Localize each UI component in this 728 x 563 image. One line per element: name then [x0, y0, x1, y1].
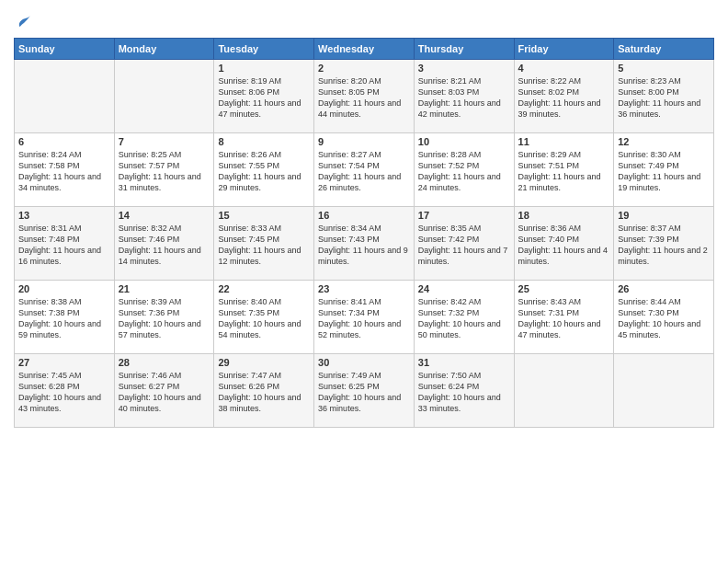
logo-bird-icon: [16, 14, 32, 30]
calendar-cell: 13Sunrise: 8:31 AM Sunset: 7:48 PM Dayli…: [15, 207, 115, 281]
logo: [14, 14, 32, 30]
day-number: 21: [119, 283, 210, 294]
calendar-cell: 8Sunrise: 8:26 AM Sunset: 7:55 PM Daylig…: [214, 133, 314, 207]
day-number: 3: [418, 63, 510, 74]
day-info: Sunrise: 8:29 AM Sunset: 7:51 PM Dayligh…: [518, 149, 610, 194]
day-number: 5: [618, 63, 710, 74]
day-info: Sunrise: 8:43 AM Sunset: 7:31 PM Dayligh…: [518, 296, 610, 341]
day-number: 22: [218, 283, 310, 294]
day-number: 12: [618, 136, 710, 147]
day-number: 25: [518, 283, 610, 294]
calendar-cell: 15Sunrise: 8:33 AM Sunset: 7:45 PM Dayli…: [214, 207, 314, 281]
calendar-cell: 2Sunrise: 8:20 AM Sunset: 8:05 PM Daylig…: [314, 60, 415, 133]
day-info: Sunrise: 8:21 AM Sunset: 8:03 PM Dayligh…: [418, 75, 510, 121]
calendar-week-row: 1Sunrise: 8:19 AM Sunset: 8:06 PM Daylig…: [15, 60, 714, 133]
day-number: 15: [218, 210, 310, 221]
day-number: 13: [18, 210, 110, 221]
day-info: Sunrise: 7:49 AM Sunset: 6:25 PM Dayligh…: [318, 370, 410, 415]
calendar-cell: 30Sunrise: 7:49 AM Sunset: 6:25 PM Dayli…: [314, 354, 415, 428]
day-number: 14: [119, 210, 210, 221]
day-number: 24: [418, 283, 510, 294]
calendar-cell: 28Sunrise: 7:46 AM Sunset: 6:27 PM Dayli…: [114, 354, 214, 428]
calendar-week-row: 6Sunrise: 8:24 AM Sunset: 7:58 PM Daylig…: [15, 133, 714, 207]
header: [14, 9, 714, 30]
weekday-header: Friday: [514, 39, 614, 60]
calendar-cell: 10Sunrise: 8:28 AM Sunset: 7:52 PM Dayli…: [414, 133, 514, 207]
calendar-cell: 17Sunrise: 8:35 AM Sunset: 7:42 PM Dayli…: [414, 207, 514, 281]
day-number: 28: [119, 357, 210, 368]
day-info: Sunrise: 8:40 AM Sunset: 7:35 PM Dayligh…: [218, 296, 310, 341]
day-number: 10: [418, 136, 510, 147]
weekday-header: Sunday: [15, 39, 115, 60]
day-number: 7: [119, 136, 210, 147]
day-info: Sunrise: 8:39 AM Sunset: 7:36 PM Dayligh…: [119, 296, 210, 341]
calendar-cell: [15, 60, 115, 133]
day-info: Sunrise: 8:26 AM Sunset: 7:55 PM Dayligh…: [218, 149, 310, 194]
calendar-cell: 23Sunrise: 8:41 AM Sunset: 7:34 PM Dayli…: [314, 281, 415, 354]
weekday-header: Thursday: [414, 39, 514, 60]
calendar-cell: [614, 354, 714, 428]
calendar-week-row: 20Sunrise: 8:38 AM Sunset: 7:38 PM Dayli…: [15, 281, 714, 354]
day-info: Sunrise: 8:28 AM Sunset: 7:52 PM Dayligh…: [418, 149, 510, 194]
day-number: 26: [618, 283, 710, 294]
day-number: 23: [318, 283, 410, 294]
day-number: 1: [218, 63, 310, 74]
weekday-header: Wednesday: [314, 39, 415, 60]
day-number: 9: [318, 136, 410, 147]
day-info: Sunrise: 8:24 AM Sunset: 7:58 PM Dayligh…: [18, 149, 110, 194]
day-info: Sunrise: 7:47 AM Sunset: 6:26 PM Dayligh…: [218, 370, 310, 415]
day-number: 31: [418, 357, 510, 368]
calendar-cell: 1Sunrise: 8:19 AM Sunset: 8:06 PM Daylig…: [214, 60, 314, 133]
weekday-header: Saturday: [614, 39, 714, 60]
calendar-cell: 31Sunrise: 7:50 AM Sunset: 6:24 PM Dayli…: [414, 354, 514, 428]
calendar-header: SundayMondayTuesdayWednesdayThursdayFrid…: [15, 39, 714, 60]
day-info: Sunrise: 8:37 AM Sunset: 7:39 PM Dayligh…: [618, 223, 710, 268]
calendar-cell: 5Sunrise: 8:23 AM Sunset: 8:00 PM Daylig…: [614, 60, 714, 133]
day-info: Sunrise: 7:45 AM Sunset: 6:28 PM Dayligh…: [18, 370, 110, 415]
day-info: Sunrise: 8:38 AM Sunset: 7:38 PM Dayligh…: [18, 296, 110, 341]
day-number: 17: [418, 210, 510, 221]
day-number: 20: [18, 283, 110, 294]
day-info: Sunrise: 8:41 AM Sunset: 7:34 PM Dayligh…: [318, 296, 410, 341]
day-info: Sunrise: 8:23 AM Sunset: 8:00 PM Dayligh…: [618, 75, 710, 121]
day-number: 16: [318, 210, 410, 221]
day-number: 18: [518, 210, 610, 221]
day-number: 6: [18, 136, 110, 147]
day-number: 8: [218, 136, 310, 147]
calendar-cell: 3Sunrise: 8:21 AM Sunset: 8:03 PM Daylig…: [414, 60, 514, 133]
day-info: Sunrise: 8:25 AM Sunset: 7:57 PM Dayligh…: [119, 149, 210, 194]
calendar-cell: [114, 60, 214, 133]
calendar-cell: 20Sunrise: 8:38 AM Sunset: 7:38 PM Dayli…: [15, 281, 115, 354]
day-info: Sunrise: 8:27 AM Sunset: 7:54 PM Dayligh…: [318, 149, 410, 194]
day-info: Sunrise: 8:35 AM Sunset: 7:42 PM Dayligh…: [418, 223, 510, 268]
calendar-cell: 29Sunrise: 7:47 AM Sunset: 6:26 PM Dayli…: [214, 354, 314, 428]
day-info: Sunrise: 8:42 AM Sunset: 7:32 PM Dayligh…: [418, 296, 510, 341]
calendar-cell: 9Sunrise: 8:27 AM Sunset: 7:54 PM Daylig…: [314, 133, 415, 207]
day-info: Sunrise: 8:31 AM Sunset: 7:48 PM Dayligh…: [18, 223, 110, 268]
day-info: Sunrise: 8:30 AM Sunset: 7:49 PM Dayligh…: [618, 149, 710, 194]
calendar-cell: [514, 354, 614, 428]
calendar-week-row: 27Sunrise: 7:45 AM Sunset: 6:28 PM Dayli…: [15, 354, 714, 428]
header-row: SundayMondayTuesdayWednesdayThursdayFrid…: [15, 39, 714, 60]
day-info: Sunrise: 8:36 AM Sunset: 7:40 PM Dayligh…: [518, 223, 610, 268]
day-info: Sunrise: 8:34 AM Sunset: 7:43 PM Dayligh…: [318, 223, 410, 268]
day-number: 27: [18, 357, 110, 368]
calendar-cell: 14Sunrise: 8:32 AM Sunset: 7:46 PM Dayli…: [114, 207, 214, 281]
day-number: 30: [318, 357, 410, 368]
page-container: SundayMondayTuesdayWednesdayThursdayFrid…: [0, 0, 728, 437]
day-info: Sunrise: 8:19 AM Sunset: 8:06 PM Dayligh…: [218, 75, 310, 121]
calendar-cell: 18Sunrise: 8:36 AM Sunset: 7:40 PM Dayli…: [514, 207, 614, 281]
calendar-cell: 16Sunrise: 8:34 AM Sunset: 7:43 PM Dayli…: [314, 207, 415, 281]
calendar-cell: 7Sunrise: 8:25 AM Sunset: 7:57 PM Daylig…: [114, 133, 214, 207]
day-info: Sunrise: 8:33 AM Sunset: 7:45 PM Dayligh…: [218, 223, 310, 268]
day-info: Sunrise: 8:32 AM Sunset: 7:46 PM Dayligh…: [119, 223, 210, 268]
calendar-cell: 21Sunrise: 8:39 AM Sunset: 7:36 PM Dayli…: [114, 281, 214, 354]
day-info: Sunrise: 7:50 AM Sunset: 6:24 PM Dayligh…: [418, 370, 510, 415]
calendar-table: SundayMondayTuesdayWednesdayThursdayFrid…: [14, 38, 714, 428]
day-number: 4: [518, 63, 610, 74]
calendar-cell: 22Sunrise: 8:40 AM Sunset: 7:35 PM Dayli…: [214, 281, 314, 354]
day-info: Sunrise: 7:46 AM Sunset: 6:27 PM Dayligh…: [119, 370, 210, 415]
calendar-cell: 19Sunrise: 8:37 AM Sunset: 7:39 PM Dayli…: [614, 207, 714, 281]
day-number: 11: [518, 136, 610, 147]
day-number: 2: [318, 63, 410, 74]
